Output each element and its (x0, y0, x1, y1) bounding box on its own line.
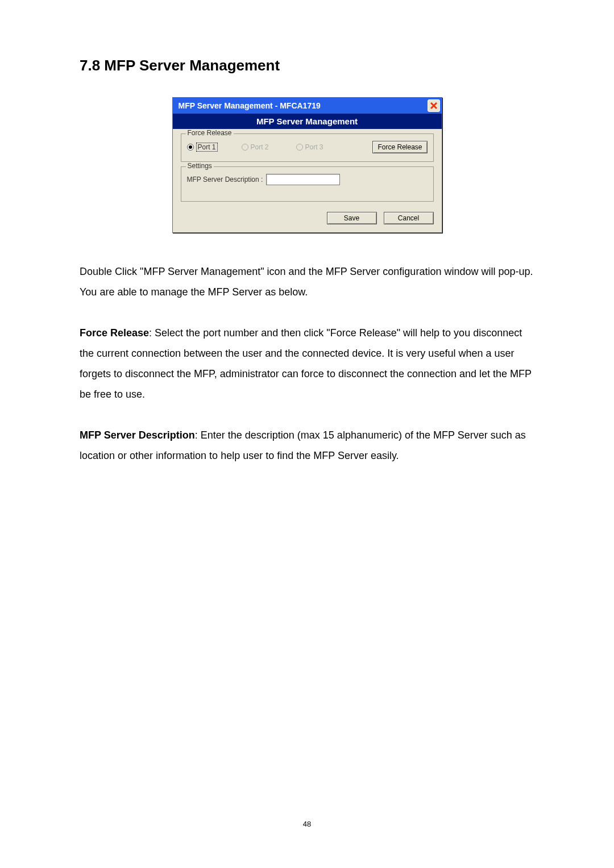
dialog: MFP Server Management - MFCA1719 MFP Ser… (172, 97, 442, 233)
close-icon[interactable] (428, 99, 440, 112)
cancel-button[interactable]: Cancel (384, 212, 434, 224)
port2-radio: Port 2 (242, 143, 293, 151)
dialog-subtitle: MFP Server Management (173, 114, 442, 129)
description-term: MFP Server Description (80, 429, 195, 441)
port3-radio: Port 3 (296, 143, 347, 151)
port3-label: Port 3 (305, 143, 323, 151)
radio-icon (242, 144, 248, 151)
radio-icon (296, 144, 303, 151)
settings-group: Settings MFP Server Description : (181, 166, 434, 202)
force-release-legend: Force Release (186, 129, 234, 137)
description-label: MFP Server Description : (187, 176, 263, 183)
dialog-wrapper: MFP Server Management - MFCA1719 MFP Ser… (80, 97, 534, 233)
paragraph-force-release: Force Release: Select the port number an… (80, 323, 534, 404)
section-heading: 7.8 MFP Server Management (80, 57, 534, 74)
page-number: 48 (303, 820, 311, 828)
description-input[interactable] (266, 174, 340, 185)
port1-label: Port 1 (196, 143, 218, 152)
save-button[interactable]: Save (327, 212, 377, 224)
radio-icon (187, 144, 194, 151)
port1-radio[interactable]: Port 1 (187, 143, 238, 152)
force-release-term: Force Release (80, 327, 149, 339)
port2-label: Port 2 (251, 143, 269, 151)
settings-legend: Settings (186, 162, 214, 170)
dialog-buttons: Save Cancel (173, 206, 442, 232)
paragraph-intro: Double Click "MFP Server Management" ico… (80, 261, 534, 302)
titlebar: MFP Server Management - MFCA1719 (173, 98, 442, 114)
titlebar-text: MFP Server Management - MFCA1719 (179, 101, 321, 110)
force-release-group: Force Release Port 1 Port 2 Port 3 Force… (181, 133, 434, 162)
force-release-button[interactable]: Force Release (372, 141, 427, 153)
paragraph-description: MFP Server Description: Enter the descri… (80, 425, 534, 466)
